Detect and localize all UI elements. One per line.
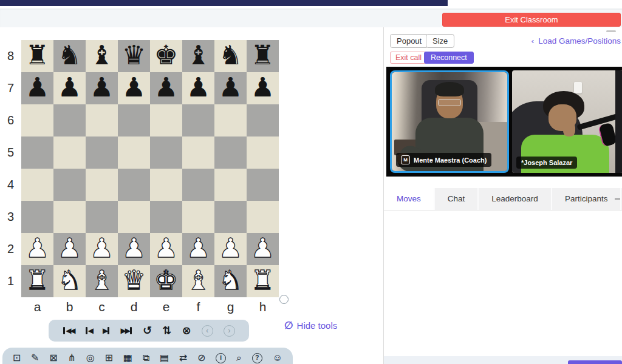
tab-leaderboard[interactable]: Leaderboard [479,188,552,210]
square-a4[interactable] [21,169,53,201]
tab-moves[interactable]: Moves [384,188,435,210]
white-knight-piece[interactable]: ♞ [58,267,81,294]
square-f8[interactable]: ♝ [182,40,214,72]
square-f3[interactable] [182,201,214,233]
square-b6[interactable] [53,104,86,136]
square-c4[interactable] [86,169,118,201]
square-f7[interactable]: ♟ [182,72,214,104]
square-d4[interactable] [118,169,150,201]
square-a3[interactable] [21,201,53,233]
square-b2[interactable]: ♟ [53,233,86,265]
black-knight-piece[interactable]: ♞ [219,42,242,69]
square-d6[interactable] [118,104,150,136]
square-e1[interactable]: ♚ [150,265,182,297]
square-g7[interactable]: ♟ [214,72,247,104]
square-d8[interactable]: ♛ [118,40,150,72]
ban-icon[interactable]: ⊘ [197,353,205,363]
square-c1[interactable]: ♝ [86,265,118,297]
white-king-piece[interactable]: ♚ [154,267,178,294]
square-c7[interactable]: ♟ [86,72,118,104]
horizontal-scrollbar-thumb[interactable] [606,30,616,32]
previous-move-button[interactable]: ◀ [85,327,92,334]
square-b7[interactable]: ♟ [53,72,86,104]
next-move-button[interactable]: ▶ [103,327,110,334]
search-icon[interactable]: ⌕ [236,353,242,363]
white-queen-piece[interactable]: ♛ [122,267,146,294]
exit-classroom-button[interactable]: Exit Classroom [442,13,621,27]
square-d2[interactable]: ♟ [118,233,150,265]
multi-board-icon[interactable]: ▦ [123,353,132,363]
variation-tree-icon[interactable]: ⋔ [67,353,75,363]
swap-variation-button[interactable]: ⇅ [162,325,171,336]
white-pawn-piece[interactable]: ♟ [186,235,210,261]
square-b1[interactable]: ♞ [53,265,86,297]
white-rook-piece[interactable]: ♜ [251,267,275,294]
square-h1[interactable]: ♜ [247,265,279,297]
square-g6[interactable] [214,104,247,136]
square-e2[interactable]: ♟ [150,233,182,265]
square-h7[interactable]: ♟ [247,72,279,104]
load-games-positions-link[interactable]: ‹ Load Games/Positions [531,36,621,46]
square-h3[interactable] [247,201,279,233]
square-g4[interactable] [214,169,247,201]
square-f4[interactable] [182,169,214,201]
square-b4[interactable] [53,169,86,201]
square-d7[interactable]: ♟ [118,72,150,104]
square-e8[interactable]: ♚ [150,40,182,72]
square-g2[interactable]: ♟ [214,233,247,265]
popout-button[interactable]: Popout [390,34,428,48]
black-rook-piece[interactable]: ♜ [251,42,275,69]
black-king-piece[interactable]: ♚ [154,42,178,69]
black-pawn-piece[interactable]: ♟ [58,74,81,101]
black-pawn-piece[interactable]: ♟ [26,74,49,101]
grid-plus-icon[interactable]: ⊞ [104,353,112,363]
reconnect-button[interactable]: Reconnect [424,52,474,64]
square-c2[interactable]: ♟ [86,233,118,265]
square-g5[interactable] [214,136,247,169]
square-g8[interactable]: ♞ [214,40,247,72]
exit-call-button[interactable]: Exit call [390,52,427,64]
square-a7[interactable]: ♟ [21,72,53,104]
square-e5[interactable] [150,136,182,169]
white-pawn-piece[interactable]: ♟ [90,235,114,261]
white-pawn-piece[interactable]: ♟ [122,235,146,261]
square-e6[interactable] [150,104,182,136]
square-h8[interactable]: ♜ [247,40,279,72]
go-to-end-button[interactable]: ▶▶ [120,327,132,334]
square-c5[interactable] [86,136,118,169]
white-bishop-piece[interactable]: ♝ [186,267,210,294]
go-to-start-button[interactable]: ◀◀ [63,327,74,334]
white-knight-piece[interactable]: ♞ [219,267,242,294]
copy-board-icon[interactable]: ⧉ [143,353,149,363]
square-b8[interactable]: ♞ [53,40,86,72]
video-tile-student[interactable]: *Joseph Salazar [512,70,622,173]
close-line-button[interactable]: ⊗ [182,325,191,336]
square-h6[interactable] [247,104,279,136]
square-a2[interactable]: ♟ [21,233,53,265]
white-bishop-piece[interactable]: ♝ [90,267,114,294]
help-icon[interactable]: ? [252,353,262,363]
white-pawn-piece[interactable]: ♟ [219,235,242,261]
tabs-overflow-indicator[interactable] [615,198,620,200]
black-pawn-piece[interactable]: ♟ [154,74,178,101]
square-d1[interactable]: ♛ [118,265,150,297]
square-b5[interactable] [53,136,86,169]
black-knight-piece[interactable]: ♞ [58,42,81,69]
tab-chat[interactable]: Chat [435,188,479,210]
panel-footer-button[interactable] [568,360,622,364]
square-a6[interactable] [21,104,53,136]
square-c8[interactable]: ♝ [86,40,118,72]
video-tile-coach[interactable]: M Mente Maestra (Coach) [390,70,509,173]
square-a1[interactable]: ♜ [21,265,53,297]
square-b3[interactable] [53,201,86,233]
size-button[interactable]: Size [426,34,454,48]
clear-squares-icon[interactable]: ⊠ [49,353,57,363]
hide-tools-link[interactable]: ∅ Hide tools [284,319,337,332]
square-e3[interactable] [150,201,182,233]
square-c6[interactable] [86,104,118,136]
square-d5[interactable] [118,136,150,169]
draw-arrow-icon[interactable]: ✎ [31,353,39,363]
square-h2[interactable]: ♟ [247,233,279,265]
black-pawn-piece[interactable]: ♟ [251,74,275,101]
black-pawn-piece[interactable]: ♟ [219,74,242,101]
